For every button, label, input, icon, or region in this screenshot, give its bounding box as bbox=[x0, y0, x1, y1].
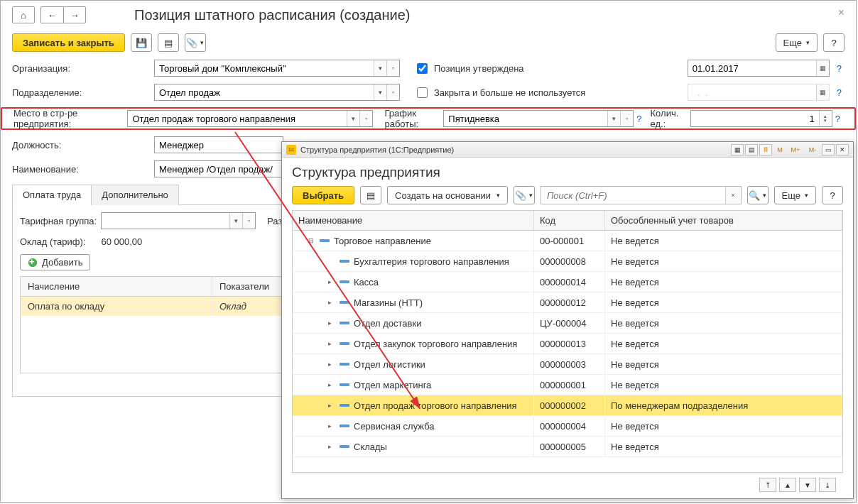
page-title: Позиция штатного расписания (создание) bbox=[134, 7, 410, 23]
qty-help-icon[interactable]: ? bbox=[832, 114, 843, 124]
dropdown-icon[interactable]: ▾ bbox=[607, 111, 620, 126]
place-row-highlight: Место в стр-ре предприятия: ▾ ▫ График р… bbox=[1, 107, 856, 130]
open-icon[interactable]: ▫ bbox=[386, 60, 399, 76]
expand-icon[interactable]: ⊟ bbox=[308, 237, 315, 244]
expand-icon[interactable]: ▸ bbox=[328, 422, 335, 429]
tree-row[interactable]: ▸Магазины (НТТ)000000012Не ведется bbox=[293, 292, 842, 313]
dialog-close-icon[interactable]: ✕ bbox=[836, 144, 849, 155]
tariff-group-input[interactable] bbox=[102, 213, 229, 229]
closed-date-input[interactable] bbox=[688, 84, 816, 100]
date-input[interactable] bbox=[688, 60, 816, 76]
position-field[interactable] bbox=[154, 136, 283, 153]
tab-extra[interactable]: Дополнительно bbox=[91, 185, 179, 205]
expand-icon[interactable]: ▸ bbox=[328, 381, 335, 388]
spinner-icon[interactable]: ▴▾ bbox=[819, 111, 832, 126]
tree-row[interactable]: ▸Склады000000005Не ведется bbox=[293, 437, 842, 457]
position-input[interactable] bbox=[155, 137, 283, 153]
dlg-help-button[interactable]: ? bbox=[822, 186, 843, 204]
tb-mplus-button[interactable]: M+ bbox=[788, 144, 803, 155]
dropdown-icon[interactable]: ▾ bbox=[374, 84, 386, 100]
qty-field[interactable]: ▴▾ bbox=[690, 110, 832, 127]
dlg-list-icon[interactable]: ▤ bbox=[360, 186, 381, 204]
tb-grid-icon[interactable]: ▦ bbox=[731, 144, 744, 155]
qty-input[interactable] bbox=[691, 111, 819, 126]
expand-icon[interactable]: ▸ bbox=[328, 402, 335, 409]
search-input[interactable] bbox=[541, 187, 725, 204]
dropdown-icon[interactable]: ▾ bbox=[374, 60, 386, 76]
tree-row[interactable]: ▸Отдел продаж торгового направления00000… bbox=[293, 395, 842, 416]
dlg-attach-icon[interactable]: 📎▾ bbox=[514, 186, 535, 204]
expand-icon[interactable]: ▸ bbox=[328, 299, 335, 306]
place-field[interactable]: ▾ ▫ bbox=[127, 110, 373, 127]
save-icon-button[interactable]: 💾 bbox=[131, 33, 152, 52]
closed-checkbox[interactable] bbox=[417, 87, 428, 98]
tree-row[interactable]: Бухгалтерия торгового направления0000000… bbox=[293, 251, 842, 272]
name-field[interactable] bbox=[154, 160, 283, 177]
tb-calc-icon[interactable]: ▤ bbox=[745, 144, 758, 155]
open-icon[interactable]: ▫ bbox=[386, 84, 399, 100]
expand-icon[interactable]: ▸ bbox=[328, 340, 335, 347]
dialog-min-icon[interactable]: ▭ bbox=[822, 144, 835, 155]
create-based-button[interactable]: Создать на основании▾ bbox=[387, 186, 508, 204]
name-input[interactable] bbox=[155, 161, 283, 177]
tree-row[interactable]: ▸Отдел маркетинга000000001Не ведется bbox=[293, 375, 842, 395]
org-field[interactable]: ▾ ▫ bbox=[154, 60, 400, 77]
open-icon[interactable]: ▫ bbox=[242, 213, 255, 229]
open-icon[interactable]: ▫ bbox=[359, 111, 372, 126]
tab-pay[interactable]: Оплата труда bbox=[12, 185, 92, 205]
tree-col-code: Код bbox=[534, 211, 605, 230]
search-field[interactable]: × bbox=[541, 186, 742, 204]
search-button[interactable]: 🔍▾ bbox=[747, 186, 769, 204]
closed-date-field[interactable]: ▦ bbox=[688, 84, 830, 101]
open-icon[interactable]: ▫ bbox=[620, 111, 633, 126]
tree-row[interactable]: ▸Отдел закупок торгового направления0000… bbox=[293, 334, 842, 354]
scroll-bottom-icon[interactable]: ⤓ bbox=[819, 478, 836, 492]
calendar-icon[interactable]: ▦ bbox=[816, 84, 829, 100]
forward-button[interactable]: → bbox=[63, 6, 86, 23]
list-icon-button[interactable]: ▤ bbox=[158, 33, 179, 52]
date-field[interactable]: ▦ bbox=[688, 60, 830, 77]
expand-icon[interactable]: ▸ bbox=[328, 278, 335, 285]
tree-row[interactable]: ⊟Торговое направление00-000001Не ведется bbox=[293, 231, 842, 251]
tariff-group-field[interactable]: ▾ ▫ bbox=[101, 212, 256, 229]
place-input[interactable] bbox=[128, 111, 347, 126]
dept-field[interactable]: ▾ ▫ bbox=[154, 84, 400, 101]
tree-row[interactable]: ▸Отдел доставкиЦУ-000004Не ведется bbox=[293, 313, 842, 334]
add-button[interactable]: Добавить bbox=[20, 254, 90, 270]
attach-icon-button[interactable]: 📎▾ bbox=[185, 33, 206, 52]
tree-row-name: Сервисная служба bbox=[354, 421, 435, 432]
schedule-help-icon[interactable]: ? bbox=[634, 114, 644, 124]
dlg-more-button[interactable]: Еще▾ bbox=[774, 186, 816, 204]
tree-row[interactable]: ▸Касса000000014Не ведется bbox=[293, 272, 842, 292]
tree-row[interactable]: ▸Отдел логистики000000003Не ведется bbox=[293, 354, 842, 375]
expand-icon[interactable]: ▸ bbox=[328, 319, 335, 327]
dropdown-icon[interactable]: ▾ bbox=[347, 111, 359, 126]
approved-label: Позиция утверждена bbox=[434, 63, 524, 74]
scroll-up-icon[interactable]: ▲ bbox=[779, 478, 796, 492]
expand-icon[interactable]: ▸ bbox=[328, 361, 335, 368]
save-close-button[interactable]: Записать и закрыть bbox=[12, 33, 125, 52]
approved-checkbox[interactable] bbox=[417, 63, 428, 74]
tree-row[interactable]: ▸Сервисная служба000000004Не ведется bbox=[293, 416, 842, 437]
expand-icon[interactable]: ▸ bbox=[328, 443, 335, 450]
dropdown-icon[interactable]: ▾ bbox=[229, 213, 242, 229]
closed-help-icon[interactable]: ? bbox=[834, 87, 845, 98]
help-button[interactable]: ? bbox=[823, 33, 845, 52]
select-button[interactable]: Выбрать bbox=[292, 186, 354, 204]
schedule-field[interactable]: ▾ ▫ bbox=[443, 110, 634, 127]
schedule-input[interactable] bbox=[444, 111, 607, 126]
close-icon[interactable]: × bbox=[838, 6, 845, 19]
calendar-icon[interactable]: ▦ bbox=[816, 60, 829, 76]
tb-mminus-button[interactable]: M- bbox=[805, 144, 820, 155]
tb-m-button[interactable]: M bbox=[773, 144, 786, 155]
scroll-down-icon[interactable]: ▼ bbox=[799, 478, 816, 492]
back-button[interactable]: ← bbox=[40, 6, 63, 23]
tb-cal-icon[interactable]: Ⅲ bbox=[759, 144, 772, 155]
home-button[interactable]: ⌂ bbox=[12, 6, 35, 23]
dept-input[interactable] bbox=[155, 84, 374, 100]
more-button[interactable]: Еще▾ bbox=[776, 33, 818, 52]
scroll-top-icon[interactable]: ⤒ bbox=[759, 478, 776, 492]
date-help-icon[interactable]: ? bbox=[834, 63, 845, 74]
org-input[interactable] bbox=[155, 60, 374, 76]
clear-search-icon[interactable]: × bbox=[725, 187, 741, 204]
